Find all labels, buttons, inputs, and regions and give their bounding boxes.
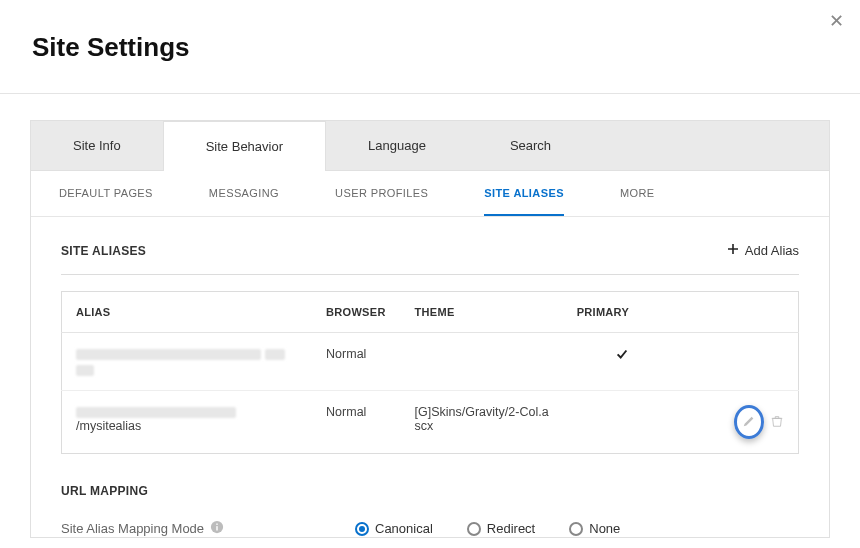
url-mapping-title: URL MAPPING xyxy=(61,484,799,498)
svg-rect-1 xyxy=(216,526,217,530)
mapping-options: Canonical Redirect None xyxy=(355,521,620,536)
cell-theme xyxy=(401,333,563,391)
cell-browser: Normal xyxy=(312,391,400,454)
divider xyxy=(61,274,799,275)
edit-alias-button[interactable] xyxy=(732,405,766,439)
col-alias: ALIAS xyxy=(62,292,313,333)
tab-user-profiles[interactable]: USER PROFILES xyxy=(335,187,428,216)
table-row: Normal xyxy=(62,333,799,391)
table-row: /mysitealias Normal [G]Skins/Gravity/2-C… xyxy=(62,391,799,454)
close-icon[interactable]: ✕ xyxy=(829,10,844,32)
cell-theme: [G]Skins/Gravity/2-Col.ascx xyxy=(401,391,563,454)
cell-alias: /mysitealias xyxy=(62,391,313,454)
col-browser: BROWSER xyxy=(312,292,400,333)
tab-content: SITE ALIASES Add Alias ALIAS BROWSER THE… xyxy=(31,217,829,537)
primary-check-icon xyxy=(563,333,681,391)
radio-canonical[interactable]: Canonical xyxy=(355,521,433,536)
tab-messaging[interactable]: MESSAGING xyxy=(209,187,279,216)
add-alias-label: Add Alias xyxy=(745,243,799,258)
info-icon[interactable] xyxy=(210,520,224,537)
tab-site-behavior[interactable]: Site Behavior xyxy=(163,121,326,171)
col-primary: PRIMARY xyxy=(563,292,681,333)
plus-icon xyxy=(727,243,739,258)
tab-search[interactable]: Search xyxy=(468,121,593,170)
cell-alias xyxy=(62,333,313,391)
section-title: SITE ALIASES xyxy=(61,244,146,258)
secondary-tabs: DEFAULT PAGES MESSAGING USER PROFILES SI… xyxy=(31,171,829,217)
url-mapping-section: URL MAPPING Site Alias Mapping Mode Cano… xyxy=(61,484,799,537)
settings-panel: Site Info Site Behavior Language Search … xyxy=(30,120,830,538)
page-title: Site Settings xyxy=(32,32,860,63)
col-theme: THEME xyxy=(401,292,563,333)
tab-language[interactable]: Language xyxy=(326,121,468,170)
radio-redirect[interactable]: Redirect xyxy=(467,521,535,536)
tab-default-pages[interactable]: DEFAULT PAGES xyxy=(59,187,153,216)
add-alias-button[interactable]: Add Alias xyxy=(727,243,799,258)
cell-browser: Normal xyxy=(312,333,400,391)
tab-site-aliases[interactable]: SITE ALIASES xyxy=(484,187,564,216)
divider xyxy=(0,93,860,94)
tab-site-info[interactable]: Site Info xyxy=(31,121,163,170)
primary-tabs: Site Info Site Behavior Language Search xyxy=(31,121,829,171)
aliases-table: ALIAS BROWSER THEME PRIMARY Normal xyxy=(61,291,799,454)
tab-more[interactable]: MORE xyxy=(620,187,655,216)
delete-alias-button[interactable] xyxy=(770,414,784,431)
radio-none[interactable]: None xyxy=(569,521,620,536)
svg-rect-2 xyxy=(216,524,217,525)
mapping-mode-label: Site Alias Mapping Mode xyxy=(61,520,231,537)
